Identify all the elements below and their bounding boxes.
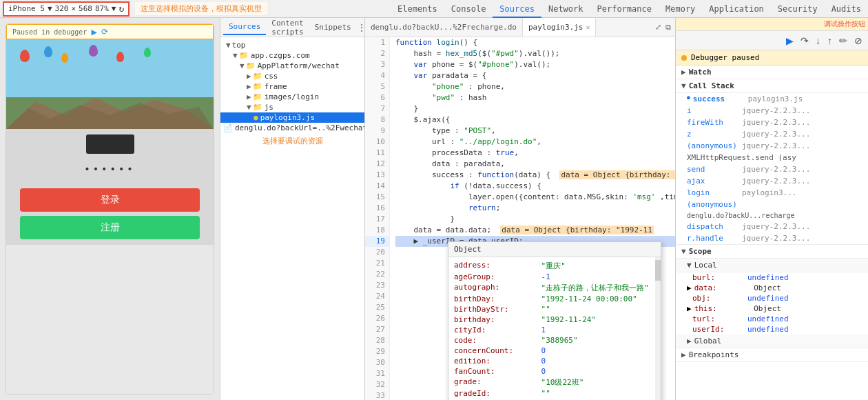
obj-tooltip-body[interactable]: address: "重庆" ageGroup: -1 autograph: "走… xyxy=(448,257,655,400)
right-panel-scroll[interactable]: ▶ Watch ▼ Call Stack success paylogin3.j… xyxy=(676,66,868,400)
ln-23: 23 xyxy=(365,280,389,291)
ln-26: 26 xyxy=(365,313,389,324)
code-tab-close-icon[interactable]: ✕ xyxy=(586,23,590,31)
scope-section-header[interactable]: ▼ Scope xyxy=(676,245,868,259)
prop-birthday-full: birthDay: "1992-11-24 00:00:00" xyxy=(448,294,655,304)
scope-local-header[interactable]: ▼ Local xyxy=(676,259,868,272)
register-button[interactable]: 注册 xyxy=(20,216,200,239)
split-icon[interactable]: ⧉ xyxy=(665,23,671,32)
stack-frame-success[interactable]: success paylogin3.js xyxy=(676,93,868,105)
tree-item-denglu[interactable]: 📄 denglu.do?backUrl=..%2Fwechat%2F xyxy=(220,123,364,133)
stack-frame-z[interactable]: z jquery-2.2.3... xyxy=(676,128,868,140)
tab-memory[interactable]: Memory xyxy=(659,1,702,18)
stack-frame-i[interactable]: i jquery-2.2.3... xyxy=(676,105,868,117)
step-out-button[interactable]: ↑ xyxy=(826,34,834,48)
tab-snippets[interactable]: Snippets xyxy=(309,20,357,34)
login-button[interactable]: 登录 xyxy=(20,188,200,212)
cl-10: url : "../app/login.do", xyxy=(395,137,675,148)
zoom-dropdown-icon[interactable]: ▼ xyxy=(112,4,116,13)
code-tab-icons: ⤢ ⧉ xyxy=(651,23,675,32)
ln-9: 9 xyxy=(365,126,389,137)
tab-elements[interactable]: Elements xyxy=(391,1,444,18)
stack-frame-anon2[interactable]: (anonymous) xyxy=(676,199,868,210)
stack-frame-anon1[interactable]: (anonymous) jquery-2.2.3... xyxy=(676,140,868,152)
ln-10: 10 xyxy=(365,137,389,148)
annotation-debug: 调试操作按钮 xyxy=(676,18,868,31)
stack-frame-send[interactable]: send jquery-2.2.3... xyxy=(676,163,868,175)
tab-audits[interactable]: Audits xyxy=(825,1,868,18)
stack-frame-login[interactable]: login paylogin3... xyxy=(676,187,868,199)
tab-content-scripts[interactable]: Content scripts xyxy=(266,18,309,39)
callstack-section-header[interactable]: ▼ Call Stack xyxy=(676,79,868,93)
tab-network[interactable]: Network xyxy=(541,1,590,18)
ln-8: 8 xyxy=(365,114,389,126)
tree-item-css[interactable]: ▶ 📁 css xyxy=(220,71,364,81)
code-tab-denglu[interactable]: denglu.do?backU...%2Frecharge.do xyxy=(365,18,523,37)
ln-2: 2 xyxy=(365,48,389,59)
stack-frame-rhandle[interactable]: r.handle jquery-2.2.3... xyxy=(676,232,868,244)
tree-item-appplatform[interactable]: ▼ 📁 AppPlatform/wechat xyxy=(220,61,364,71)
tree-item-images[interactable]: ▶ 📁 images/login xyxy=(220,92,364,102)
stack-frame-ajax[interactable]: ajax jquery-2.2.3... xyxy=(676,175,868,187)
right-panel: 调试操作按钮 ▶ ↷ ↓ ↑ ✏ ⊘ Debugger paused ▶ Wat… xyxy=(675,18,868,400)
cl-5: "phone" : phone, xyxy=(395,81,675,92)
tree-item-domain[interactable]: ▼ 📁 app.czgps.com xyxy=(220,50,364,61)
device-height: 568 xyxy=(79,4,92,13)
tab-performance[interactable]: Performance xyxy=(590,1,659,18)
scope-arrow-icon: ▼ xyxy=(681,247,686,256)
stack-frame-firewith[interactable]: fireWith jquery-2.2.3... xyxy=(676,117,868,128)
stack-frame-denglu[interactable]: denglu.do?backU...recharge xyxy=(676,210,868,221)
debugger-dot xyxy=(681,55,687,61)
play-button[interactable]: ▶ xyxy=(91,26,96,37)
step-button[interactable]: ⟳ xyxy=(101,27,108,37)
tree-item-paylogin[interactable]: ● paylogin3.js xyxy=(220,112,364,123)
code-tab-paylogin[interactable]: paylogin3.js ✕ xyxy=(523,18,597,37)
breakpoints-header[interactable]: ▶ Breakpoints xyxy=(676,348,868,362)
code-panel: denglu.do?backU...%2Frecharge.do paylogi… xyxy=(365,18,675,400)
callstack-content: success paylogin3.js i jquery-2.2.3... f… xyxy=(676,93,868,244)
resume-button[interactable]: ▶ xyxy=(785,34,795,48)
ln-17: 17 xyxy=(365,214,389,225)
prop-fancount: fanCount: 0 xyxy=(448,366,655,377)
ln-5: 5 xyxy=(365,81,389,92)
tab-console[interactable]: Console xyxy=(444,1,493,18)
phone-body: •••••• 登录 注册 xyxy=(6,39,214,394)
tab-application[interactable]: Application xyxy=(702,1,770,18)
scope-global-header[interactable]: ▶ Global xyxy=(676,334,868,348)
tree-item-frame[interactable]: ▶ 📁 frame xyxy=(220,81,364,92)
tab-security[interactable]: Security xyxy=(771,1,825,18)
step-over-button[interactable]: ↷ xyxy=(799,34,810,48)
scope-section: ▼ Scope ▼ Local burl: undefined ▶ xyxy=(676,244,868,362)
device-selector[interactable]: iPhone 5 ▼ 320 × 568 87% ▼ ↻ xyxy=(3,1,130,17)
step-into-button[interactable]: ↓ xyxy=(814,34,822,48)
scope-data-expandable[interactable]: ▶ data: Object xyxy=(676,283,868,293)
stack-frame-dispatch[interactable]: dispatch jquery-2.2.3... xyxy=(676,221,868,232)
scope-global-arrow: ▶ xyxy=(687,337,692,346)
top-device-bar: iPhone 5 ▼ 320 × 568 87% ▼ ↻ 这里选择模拟的设备，模… xyxy=(0,0,868,18)
deactivate-button[interactable]: ✏ xyxy=(838,34,849,48)
pause-exception-button[interactable]: ⊘ xyxy=(853,34,864,48)
file-tree: ▼ top ▼ 📁 app.czgps.com ▼ 📁 AppPlatform/… xyxy=(220,37,364,400)
code-body[interactable]: 1 2 3 4 5 6 7 8 9 10 11 12 13 14 15 16 1 xyxy=(365,37,675,400)
scope-data-arrow: ▶ xyxy=(687,283,692,292)
expand-icon[interactable]: ⤢ xyxy=(655,23,661,32)
ln-31: 31 xyxy=(365,368,389,379)
tab-sources-files[interactable]: Sources xyxy=(223,19,266,35)
obj-tooltip-scrollbar[interactable] xyxy=(655,257,661,400)
ln-27: 27 xyxy=(365,324,389,335)
paused-label: Paused in debugger xyxy=(12,28,87,36)
tree-item-js[interactable]: ▼ 📁 js xyxy=(220,102,364,112)
scope-burl: burl: undefined xyxy=(676,272,868,283)
sources-tab-more-icon[interactable]: ⋮ xyxy=(357,22,365,33)
tab-sources[interactable]: Sources xyxy=(493,1,541,18)
watch-section-header[interactable]: ▶ Watch xyxy=(676,66,868,79)
scope-this-expandable[interactable]: ▶ this: Object xyxy=(676,303,868,314)
folder-icon-2: 📁 xyxy=(246,61,256,70)
rotate-icon[interactable]: ↻ xyxy=(118,3,124,14)
cl-3: var phone = $("#phone").val(); xyxy=(395,59,675,70)
device-dropdown-icon[interactable]: ▼ xyxy=(48,4,52,13)
user-avatar xyxy=(86,134,134,154)
cl-4: var paradata = { xyxy=(395,70,675,81)
tree-item-top[interactable]: ▼ top xyxy=(220,40,364,50)
stack-frame-xmlhttp[interactable]: XMLHttpRequest.send (asy xyxy=(676,152,868,163)
